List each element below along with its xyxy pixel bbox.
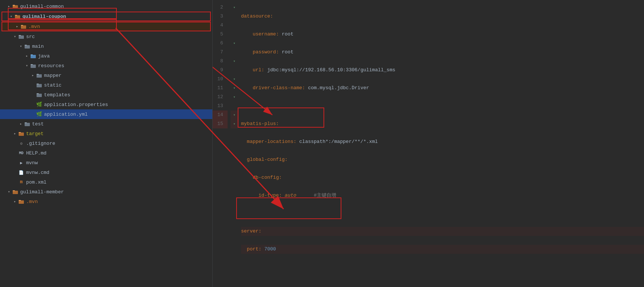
arrow-icon bbox=[12, 199, 18, 204]
tree-label: target bbox=[26, 131, 44, 137]
file-tree[interactable]: gulimall-common gulimall-coupon .mvn bbox=[0, 0, 213, 287]
arrow-icon bbox=[8, 14, 14, 19]
folder-icon bbox=[24, 43, 31, 49]
tree-label: HELP.md bbox=[26, 150, 47, 156]
svg-rect-21 bbox=[25, 123, 30, 126]
code-key: mybatis-plus: bbox=[241, 121, 279, 127]
tree-label: mvnw.cmd bbox=[26, 170, 49, 175]
tree-item-help-md[interactable]: MD HELP.md bbox=[0, 148, 212, 158]
svg-rect-27 bbox=[19, 200, 24, 204]
code-value: 7000 bbox=[264, 246, 276, 252]
svg-rect-18 bbox=[37, 84, 39, 84]
folder-icon bbox=[36, 72, 43, 78]
tree-label: gulimall-coupon bbox=[22, 14, 66, 19]
svg-rect-3 bbox=[15, 15, 20, 19]
tree-item-mapper[interactable]: mapper bbox=[0, 71, 212, 80]
folder-icon bbox=[18, 34, 25, 40]
tree-item-gitignore[interactable]: ⚙ .gitignore bbox=[0, 138, 212, 148]
tree-label: application.yml bbox=[44, 112, 88, 117]
tree-label: gulimall-common bbox=[20, 4, 64, 9]
tree-item-java[interactable]: java bbox=[0, 51, 212, 61]
svg-rect-10 bbox=[25, 45, 27, 46]
code-key: global-config: bbox=[247, 157, 288, 162]
svg-rect-12 bbox=[31, 54, 33, 55]
tree-item-gulimall-coupon[interactable]: gulimall-coupon bbox=[1, 12, 211, 21]
arrow-icon bbox=[18, 122, 24, 126]
svg-rect-13 bbox=[31, 65, 36, 68]
spring-file-icon: 🌿 bbox=[36, 102, 43, 107]
tree-item-mvn[interactable]: .mvn bbox=[1, 22, 211, 31]
svg-rect-2 bbox=[13, 5, 15, 6]
arrow-icon bbox=[12, 34, 18, 39]
file-icon: ⚙ bbox=[18, 140, 25, 146]
tree-item-static[interactable]: static bbox=[0, 80, 212, 90]
maven-file-icon: m bbox=[18, 179, 25, 185]
folder-icon bbox=[18, 199, 25, 205]
arrow-icon bbox=[30, 73, 36, 78]
folder-icon bbox=[36, 82, 43, 88]
code-key: db-config: bbox=[253, 175, 282, 180]
mvnw-file-icon: ▶ bbox=[18, 160, 25, 166]
arrow-icon bbox=[14, 24, 20, 29]
tree-label: mvnw bbox=[26, 160, 38, 166]
svg-rect-8 bbox=[19, 35, 21, 36]
svg-rect-28 bbox=[19, 200, 21, 201]
tree-item-templates[interactable]: templates bbox=[0, 90, 212, 100]
tree-label: application.properties bbox=[44, 102, 108, 107]
code-editor: 2 3 4 5 6 7 8 9 10 11 12 13 14 15 ▾ ▾ ▾ … bbox=[213, 0, 644, 287]
svg-rect-17 bbox=[37, 84, 42, 87]
tree-item-main[interactable]: main bbox=[0, 41, 212, 51]
code-value: auto bbox=[285, 193, 296, 198]
svg-rect-11 bbox=[31, 55, 36, 58]
svg-rect-4 bbox=[15, 15, 17, 16]
tree-item-target[interactable]: target bbox=[0, 129, 212, 138]
tree-item-application-properties[interactable]: 🌿 application.properties bbox=[0, 100, 212, 109]
tree-item-resources[interactable]: resources bbox=[0, 61, 212, 71]
md-file-icon: MD bbox=[18, 150, 25, 156]
tree-item-mvnw[interactable]: ▶ mvnw bbox=[0, 158, 212, 168]
svg-rect-14 bbox=[31, 64, 33, 65]
code-key: port: bbox=[247, 246, 262, 252]
tree-label: pom.xml bbox=[26, 180, 47, 185]
code-key: driver-class-name: bbox=[253, 85, 305, 91]
arrow-icon bbox=[12, 131, 18, 136]
tree-item-pom-xml[interactable]: m pom.xml bbox=[0, 177, 212, 187]
svg-rect-23 bbox=[19, 132, 24, 136]
tree-label: resources bbox=[38, 63, 64, 69]
folder-icon bbox=[30, 53, 37, 59]
folder-icon bbox=[14, 13, 21, 19]
code-content: datasource: username: root password: roo… bbox=[238, 0, 644, 287]
svg-rect-9 bbox=[25, 45, 30, 49]
svg-rect-25 bbox=[13, 191, 18, 194]
folder-icon bbox=[12, 3, 19, 9]
folder-icon bbox=[24, 121, 31, 127]
svg-rect-16 bbox=[37, 74, 39, 75]
code-key: id-type: bbox=[259, 193, 282, 198]
gutter: ▾ ▾ ▾ ▾ ▾ ▾ ▾ ▾ bbox=[231, 0, 238, 287]
code-key: password: bbox=[253, 49, 279, 55]
svg-rect-24 bbox=[19, 132, 21, 133]
tree-item-gulimall-common[interactable]: gulimall-common bbox=[0, 1, 212, 11]
folder-icon bbox=[30, 63, 37, 69]
tree-item-gulimall-member[interactable]: gulimall-member bbox=[0, 187, 212, 197]
cmd-file-icon: 📄 bbox=[18, 169, 25, 175]
tree-item-src[interactable]: src bbox=[0, 32, 212, 41]
line-numbers: 2 3 4 5 6 7 8 9 10 11 12 13 14 15 bbox=[213, 0, 231, 287]
code-key: mapper-locations: bbox=[247, 139, 297, 144]
arrow-icon bbox=[18, 44, 24, 49]
tree-item-test[interactable]: test bbox=[0, 119, 212, 129]
arrow-icon bbox=[6, 4, 12, 9]
tree-item-mvnw-cmd[interactable]: 📄 mvnw.cmd bbox=[0, 168, 212, 177]
svg-rect-5 bbox=[21, 25, 26, 29]
tree-item-application-yml[interactable]: 🌿 application.yml bbox=[0, 109, 212, 119]
svg-rect-6 bbox=[21, 25, 23, 26]
svg-rect-19 bbox=[37, 94, 42, 97]
svg-rect-20 bbox=[37, 93, 39, 94]
tree-item-mvn2[interactable]: .mvn bbox=[0, 197, 212, 206]
tree-label: gulimall-member bbox=[20, 189, 64, 195]
arrow-icon bbox=[24, 63, 30, 68]
tree-label: .mvn bbox=[26, 199, 38, 205]
code-key: url: bbox=[253, 67, 264, 73]
code-key: datasource: bbox=[241, 13, 273, 19]
folder-icon bbox=[12, 189, 19, 195]
